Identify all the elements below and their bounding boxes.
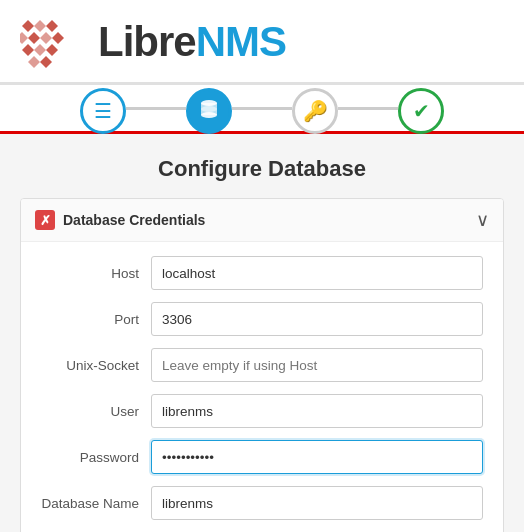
svg-marker-10	[28, 56, 40, 68]
form-row-database-name: Database Name	[41, 486, 483, 520]
input-port[interactable]	[151, 302, 483, 336]
connector-3	[338, 107, 398, 110]
label-port: Port	[41, 312, 151, 327]
form-body: Host Port Unix-Socket User Password Data…	[21, 242, 503, 532]
svg-marker-6	[52, 32, 64, 44]
form-row-port: Port	[41, 302, 483, 336]
svg-marker-3	[20, 32, 28, 44]
input-unix-socket[interactable]	[151, 348, 483, 382]
logo-area: LibreNMS	[20, 16, 504, 68]
form-row-unix-socket: Unix-Socket	[41, 348, 483, 382]
input-user[interactable]	[151, 394, 483, 428]
label-host: Host	[41, 266, 151, 281]
input-host[interactable]	[151, 256, 483, 290]
step-4-circle[interactable]: ✔	[398, 88, 444, 134]
logo-text: LibreNMS	[98, 18, 286, 66]
header: LibreNMS	[0, 0, 524, 85]
connector-1	[126, 107, 186, 110]
label-database-name: Database Name	[41, 496, 151, 511]
step-3-circle[interactable]: 🔑	[292, 88, 338, 134]
form-row-user: User	[41, 394, 483, 428]
svg-marker-9	[46, 44, 58, 56]
label-password: Password	[41, 450, 151, 465]
svg-marker-5	[40, 32, 52, 44]
connector-2	[232, 107, 292, 110]
check-icon: ✔	[413, 99, 430, 123]
svg-marker-8	[34, 44, 46, 56]
input-password[interactable]	[151, 440, 483, 474]
card-header: ✗ Database Credentials ∨	[21, 199, 503, 242]
menu-icon: ☰	[94, 99, 112, 123]
database-icon	[198, 98, 220, 125]
card-header-left: ✗ Database Credentials	[35, 210, 205, 230]
step-2-circle[interactable]	[186, 88, 232, 134]
svg-marker-7	[22, 44, 34, 56]
svg-marker-11	[40, 56, 52, 68]
steps-bar: ☰ 🔑 ✔	[0, 85, 524, 134]
input-database-name[interactable]	[151, 486, 483, 520]
form-row-host: Host	[41, 256, 483, 290]
form-row-password: Password	[41, 440, 483, 474]
step-1-circle[interactable]: ☰	[80, 88, 126, 134]
label-unix-socket: Unix-Socket	[41, 358, 151, 373]
svg-marker-4	[28, 32, 40, 44]
card-header-title: Database Credentials	[63, 212, 205, 228]
page-title: Configure Database	[0, 156, 524, 182]
chevron-down-icon[interactable]: ∨	[476, 209, 489, 231]
key-icon: 🔑	[303, 99, 328, 123]
db-credentials-icon: ✗	[35, 210, 55, 230]
credentials-card: ✗ Database Credentials ∨ Host Port Unix-…	[20, 198, 504, 532]
svg-marker-0	[22, 20, 34, 32]
svg-marker-2	[46, 20, 58, 32]
logo-icon	[20, 16, 88, 68]
label-user: User	[41, 404, 151, 419]
logo-libre: Libre	[98, 18, 196, 65]
svg-point-14	[201, 112, 217, 118]
svg-point-15	[201, 106, 217, 112]
logo-nms: NMS	[196, 18, 286, 65]
svg-marker-1	[34, 20, 46, 32]
